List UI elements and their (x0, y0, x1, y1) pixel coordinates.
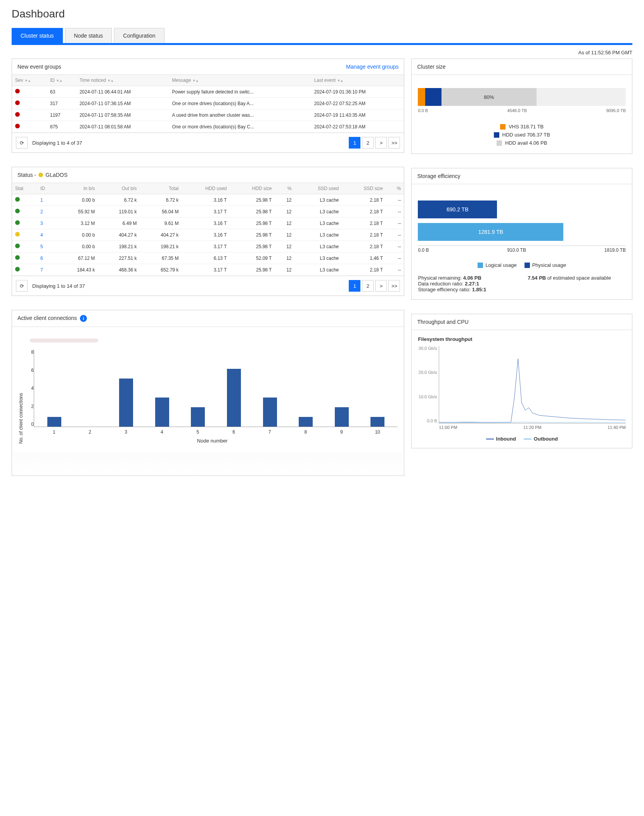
logical-usage-bar: 1281.9 TB (418, 223, 563, 241)
events-display-text: Displaying 1 to 4 of 37 (32, 140, 82, 146)
cluster-seg-hdd-avail: 80% (441, 88, 537, 106)
table-row[interactable]: 3172024-07-11 07:36:15 AMOne or more dri… (12, 98, 404, 109)
col-header[interactable]: Sev ▼▲ (12, 75, 47, 86)
legend-outbound: Outbound (524, 436, 558, 442)
manage-event-groups-link[interactable]: Manage event groups (346, 64, 398, 70)
page-button[interactable]: >> (388, 280, 400, 292)
col-header[interactable]: ID ▼▲ (47, 75, 76, 86)
status-dot-icon (15, 220, 20, 225)
tab-bar: Cluster statusNode statusConfiguration (12, 28, 632, 45)
col-header[interactable]: Stat (12, 183, 37, 194)
table-row[interactable]: 8752024-07-11 08:01:58 AMOne or more dri… (12, 121, 404, 133)
cluster-seg-vhs (418, 88, 425, 106)
node-id-link[interactable]: 4 (40, 232, 43, 238)
col-header[interactable]: HDD used (182, 183, 230, 194)
connection-bar (119, 379, 133, 427)
table-row[interactable]: 33.12 M6.49 M9.61 M3.16 T25.98 T12L3 cac… (12, 218, 404, 229)
page-button[interactable]: 2 (362, 137, 374, 149)
table-row[interactable]: 10.00 b6.72 k6.72 k3.16 T25.98 T12L3 cac… (12, 194, 404, 206)
status-dot-icon (15, 255, 20, 260)
eff-tick: 910.0 TB (507, 247, 526, 253)
connection-bar (47, 417, 61, 427)
node-id-link[interactable]: 6 (40, 256, 43, 261)
tp-xtick: 11:40 PM (608, 425, 626, 430)
col-header[interactable]: SSD size (342, 183, 386, 194)
node-id-link[interactable]: 2 (40, 209, 43, 214)
events-pagination: 12>>> (349, 137, 400, 149)
col-header[interactable]: Message ▼▲ (169, 75, 311, 86)
col-header[interactable]: Time noticed ▼▲ (76, 75, 169, 86)
col-header[interactable]: % (275, 183, 294, 194)
cluster-size-legend: VHS 318.71 TBHDD used 706.37 TBHDD avail… (412, 118, 632, 154)
eff-tick: 0.0 B (418, 247, 429, 253)
tp-xtick: 11:20 PM (523, 425, 542, 430)
tp-ytick: 20.0 Gb/s (419, 370, 437, 375)
status-title: Status - GLaDOS (17, 172, 68, 178)
node-id-link[interactable]: 7 (40, 267, 43, 273)
tab-configuration[interactable]: Configuration (114, 28, 164, 43)
connection-bar (299, 417, 313, 427)
page-title: Dashboard (12, 8, 632, 20)
status-dot-icon (15, 267, 20, 271)
table-row[interactable]: 11972024-07-11 07:58:35 AMA used drive f… (12, 109, 404, 121)
refresh-button[interactable]: ⟳ (16, 137, 28, 149)
col-header[interactable]: Total (140, 183, 182, 194)
severity-dot-icon (15, 100, 20, 105)
page-button[interactable]: > (375, 137, 387, 149)
throughput-plot: 30.0 Gb/s 20.0 Gb/s 10.0 Gb/s 0.0 B (439, 346, 626, 424)
table-row[interactable]: 667.12 M227.51 k67.35 M6.13 T52.09 T12L3… (12, 252, 404, 264)
cluster-size-title: Cluster size (417, 64, 445, 70)
tp-ytick: 30.0 Gb/s (419, 346, 437, 351)
table-row[interactable]: 632024-07-11 06:44:01 AMPower supply fai… (12, 86, 404, 98)
col-header[interactable]: HDD size (230, 183, 275, 194)
page-button[interactable]: 2 (362, 280, 374, 292)
table-row[interactable]: 255.92 M119.01 k56.04 M3.17 T25.98 T12L3… (12, 206, 404, 218)
table-row[interactable]: 40.00 b404.27 k404.27 k3.16 T25.98 T12L3… (12, 229, 404, 241)
events-panel: New event groups Manage event groups Sev… (12, 59, 404, 153)
col-header[interactable]: SSD used (295, 183, 342, 194)
scrollbar-thumb[interactable] (30, 339, 98, 342)
page-button[interactable]: 1 (349, 137, 360, 149)
events-title: New event groups (17, 64, 61, 70)
cluster-size-panel: Cluster size 80% 0.0 B 4548.0 TB 9095.0 … (411, 59, 632, 154)
status-dot-icon (15, 197, 20, 202)
connection-bar (263, 398, 277, 427)
severity-dot-icon (15, 112, 20, 117)
tp-xtick: 11:00 PM (439, 425, 457, 430)
legend-logical: Logical usage (478, 262, 516, 268)
table-row[interactable]: 50.00 b198.21 k198.21 k3.17 T25.98 T12L3… (12, 241, 404, 252)
legend-item: HDD avail 4.06 PB (412, 140, 632, 146)
throughput-chart-title: Filesystem throughput (418, 336, 626, 342)
node-id-link[interactable]: 5 (40, 244, 43, 249)
node-id-link[interactable]: 3 (40, 221, 43, 226)
status-panel: Status - GLaDOS StatIDIn b/sOut b/sTotal… (12, 167, 404, 296)
status-dot-icon (15, 244, 20, 248)
info-icon[interactable]: i (80, 315, 87, 322)
eff-stats-right: 7.54 PB of estimated space available (528, 275, 626, 292)
page-button[interactable]: > (375, 280, 387, 292)
throughput-panel: Throughput and CPU Filesystem throughput… (411, 314, 632, 448)
col-header[interactable]: In b/s (56, 183, 98, 194)
efficiency-panel: Storage efficiency 690.2 TB 1281.9 TB 0.… (411, 168, 632, 300)
cluster-seg-hdd-used (425, 88, 441, 106)
table-row[interactable]: 7184.43 k468.36 k652.79 k3.17 T25.98 T12… (12, 264, 404, 276)
as-of-timestamp: As of 11:52:56 PM GMT (12, 50, 632, 55)
col-header[interactable]: Last event ▼▲ (311, 75, 404, 86)
severity-dot-icon (15, 89, 20, 93)
page-button[interactable]: 1 (349, 280, 360, 292)
eff-stats-left: Physical remaining: 4.06 PB Data reducti… (418, 275, 516, 292)
status-pagination: 12>>> (349, 280, 400, 292)
tab-cluster-status[interactable]: Cluster status (12, 28, 63, 43)
efficiency-title: Storage efficiency (417, 173, 460, 179)
node-id-link[interactable]: 1 (40, 197, 43, 203)
cluster-tick: 9095.0 TB (606, 108, 626, 113)
status-display-text: Displaying 1 to 14 of 37 (32, 283, 85, 289)
legend-item: HDD used 706.37 TB (412, 132, 632, 138)
refresh-button[interactable]: ⟳ (16, 280, 28, 292)
tab-node-status[interactable]: Node status (65, 28, 112, 43)
col-header[interactable]: Out b/s (98, 183, 140, 194)
page-button[interactable]: >> (388, 137, 400, 149)
cluster-tick: 0.0 B (418, 108, 428, 113)
col-header[interactable]: ID (37, 183, 56, 194)
col-header[interactable]: % (386, 183, 404, 194)
